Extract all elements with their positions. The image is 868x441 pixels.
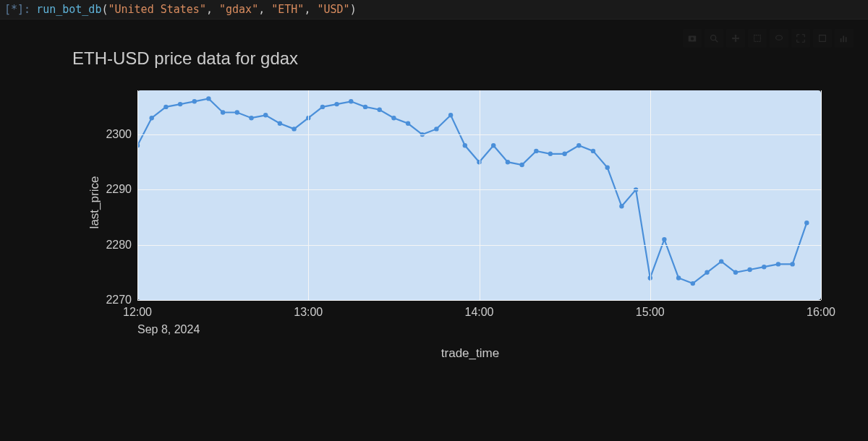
y-tick-label: 2300 [106,128,132,141]
y-tick-label: 2290 [106,183,132,196]
svg-point-54 [776,262,780,266]
cell-prompt: [*]: [0,3,36,16]
svg-point-10 [150,116,154,120]
gridline-v [137,90,138,300]
svg-point-48 [691,281,695,286]
svg-point-34 [491,143,495,147]
gridline-v [821,90,822,300]
svg-point-30 [434,127,438,131]
svg-point-16 [235,110,239,114]
svg-point-51 [733,270,738,275]
svg-point-18 [263,113,268,117]
svg-point-43 [619,204,624,208]
svg-point-46 [662,237,666,241]
svg-point-35 [506,160,510,164]
svg-point-24 [349,99,353,103]
x-tick-label: 12:00 [123,306,152,319]
x-axis: Sep 8, 2024 12:0013:0014:0015:0016:00 [137,300,821,343]
y-axis-label: last_price [88,176,102,229]
chart-title: ETH-USD price data for gdax [72,48,846,69]
code-line[interactable]: run_bot_db("United States", "gdax", "ETH… [36,3,357,16]
svg-point-27 [391,116,396,120]
svg-point-13 [192,99,197,103]
x-tick-label: 15:00 [636,306,665,319]
svg-point-39 [562,152,566,156]
gridline-v [650,90,651,300]
svg-point-23 [334,102,339,106]
svg-point-11 [163,105,168,109]
svg-point-36 [519,163,524,167]
svg-point-53 [762,265,766,269]
svg-point-41 [591,149,595,153]
y-tick-label: 2270 [106,294,132,307]
svg-point-40 [576,143,581,147]
svg-point-50 [719,259,723,263]
svg-point-56 [804,220,809,225]
gridline-v [308,90,309,300]
svg-point-19 [278,121,282,126]
svg-point-26 [378,108,382,112]
code-arg: "gdax" [219,3,258,16]
svg-point-47 [676,275,681,280]
code-arg: "ETH" [271,3,304,16]
y-axis: last_price 2270228022902300 [94,90,137,300]
chart-container: ETH-USD price data for gdax last_price 2… [0,20,868,368]
x-tick-label: 16:00 [807,306,835,319]
svg-point-15 [221,110,225,114]
svg-point-22 [320,105,325,109]
svg-point-42 [605,166,610,170]
y-tick-label: 2280 [106,239,132,252]
svg-point-38 [548,152,553,156]
x-tick-label: 14:00 [464,306,493,319]
x-tick-label: 13:00 [294,306,323,319]
svg-point-20 [292,127,296,131]
plot-wrapper: last_price 2270228022902300 [94,90,846,300]
svg-point-25 [363,105,367,109]
svg-point-17 [249,116,253,120]
svg-point-14 [206,96,210,100]
svg-point-55 [790,262,794,266]
gridline-v [480,90,480,300]
x-axis-label: trade_time [94,346,846,361]
svg-point-28 [406,121,410,126]
code-function: run_bot_db [36,3,101,16]
code-cell: [*]: run_bot_db("United States", "gdax",… [0,0,868,20]
svg-point-49 [705,270,709,275]
plot-area[interactable] [137,90,821,300]
x-axis-date: Sep 8, 2024 [137,323,200,336]
svg-point-31 [448,113,453,117]
code-arg: "USD" [317,3,349,16]
svg-point-37 [534,149,538,153]
svg-point-32 [463,143,467,147]
code-arg: "United States" [108,3,205,16]
svg-point-12 [178,102,182,106]
svg-point-52 [747,267,752,272]
